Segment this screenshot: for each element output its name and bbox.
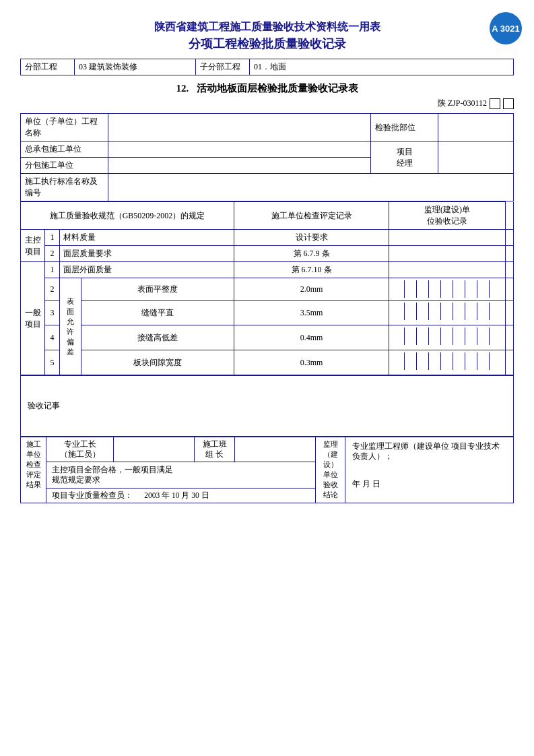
gen-row1-check: [389, 262, 506, 278]
check-batch-value: [438, 114, 514, 141]
gen-row1-standard: 第 6.7.10 条: [234, 262, 389, 278]
main-control-label: 主控 项目: [21, 230, 45, 262]
standard-label: 施工执行标准名称及编号: [21, 174, 108, 201]
gen-row3-standard: 3.5mm: [234, 301, 389, 325]
sub-title: 分项工程检验批质量验收记录: [20, 36, 514, 52]
gen-row3-check: [389, 301, 506, 325]
remarks-content: 验收记事: [21, 376, 514, 437]
gen-row5-item: 板块间隙宽度: [81, 350, 234, 375]
document-badge: A 3021: [490, 12, 522, 44]
remarks-label: 验收记事: [28, 401, 60, 410]
team-leader-value: [235, 437, 316, 462]
gen-row1-item: 面层外面质量: [60, 262, 234, 278]
subcontractor-value: [108, 158, 371, 174]
general-label: 一般 项目: [21, 262, 45, 375]
team-leader-label: 施工班 组 长: [195, 437, 235, 462]
expert-label: 专业监理工程师（建设单位 项目专业技术负责人）；: [349, 439, 510, 464]
gen-row2-check: [389, 278, 506, 301]
gen-row5-num: 5: [45, 350, 60, 375]
gen-row1-num: 1: [45, 262, 60, 278]
fenbugongcheng-value: 03 建筑装饰装修: [75, 59, 196, 75]
row2-item: 面层质量要求: [60, 246, 234, 262]
col3-header: 监理(建设)单 位验收记录: [389, 202, 506, 230]
gen-row2-item: 表面平整度: [81, 278, 234, 301]
row2-standard: 第 6.7.9 条: [234, 246, 389, 262]
section-title-text: 活动地板面层检验批质量验收记录表: [197, 83, 358, 94]
row1-check: [389, 230, 506, 246]
row1-num: 1: [45, 230, 60, 246]
foreman-value: [114, 437, 195, 462]
contractor-value: [108, 141, 371, 158]
remarks-table: 验收记事: [20, 375, 514, 437]
row1-standard: 设计要求: [234, 230, 389, 246]
fenbugongcheng-label: 分部工程: [21, 59, 75, 75]
col2-header: 施工单位检查评定记录: [234, 202, 389, 230]
pass-text: 主控项目全部合格，一般项目满足 规范规定要求: [46, 462, 316, 489]
contractor-label: 总承包施工单位: [21, 141, 108, 158]
gen-row3-item: 缝缝平直: [81, 301, 234, 325]
final-date: 年 月 日: [349, 477, 510, 491]
gen-row2-standard: 2.0mm: [234, 278, 389, 301]
doc-prefix: 陕 ZJP-030112: [438, 98, 487, 109]
construction-eval-label: 施工 单位 检查 评定 结果: [21, 437, 46, 503]
unit-value: [108, 114, 371, 141]
gen-row3-num: 3: [45, 301, 60, 325]
inspector-label: 项目专业质量检查员：: [52, 491, 133, 499]
check-batch-label: 检验批部位: [371, 114, 438, 141]
supervisor-label: 监理 （建设） 单位 验收 结论: [316, 437, 345, 503]
row2-check: [389, 246, 506, 262]
foreman-label: 专业工长 （施工员）: [46, 437, 114, 462]
gen-row4-supervision: [506, 325, 514, 350]
gen-row4-check: [389, 325, 506, 350]
section-number: 12.: [176, 83, 189, 94]
row2-num: 2: [45, 246, 60, 262]
gen-row5-standard: 0.3mm: [234, 350, 389, 375]
gen-row1-supervision: [506, 262, 514, 278]
subcontractor-label: 分包施工单位: [21, 158, 108, 174]
badge-text: A 3021: [492, 24, 519, 34]
checkbox-2: [503, 98, 514, 109]
project-manager-label: 项目 经理: [371, 141, 438, 174]
gen-row5-supervision: [506, 350, 514, 375]
gen-row4-num: 4: [45, 325, 60, 350]
zifenbugongcheng-value: 01．地面: [250, 59, 514, 75]
checkbox-1: [490, 98, 500, 109]
main-title: 陕西省建筑工程施工质量验收技术资料统一用表: [20, 20, 514, 34]
zifenbugongcheng-label: 子分部工程: [196, 59, 250, 75]
doc-number-row: 陕 ZJP-030112: [20, 98, 514, 109]
project-manager-value: [438, 141, 514, 174]
bottom-table: 施工 单位 检查 评定 结果 专业工长 （施工员） 施工班 组 长 监理 （建设…: [20, 437, 514, 503]
inspector-row: 项目专业质量检查员： 2003 年 10 月 30 日: [46, 489, 316, 503]
row2-supervision: [506, 246, 514, 262]
row1-item: 材料质量: [60, 230, 234, 246]
gen-row5-check: [389, 350, 506, 375]
row1-supervision: [506, 230, 514, 246]
unit-label: 单位（子单位）工程名称: [21, 114, 108, 141]
gen-row3-supervision: [506, 301, 514, 325]
gen-row4-standard: 0.4mm: [234, 325, 389, 350]
gen-row2-num: 2: [45, 278, 60, 301]
surface-deviation-label: 表面 允许 偏差: [60, 278, 81, 375]
col1-header: 施工质量验收规范（GB50209-2002）的规定: [21, 202, 234, 230]
header-table: 分部工程 03 建筑装饰装修 子分部工程 01．地面: [20, 59, 514, 75]
gen-row2-supervision: [506, 278, 514, 301]
inspection-date: 2003 年 10 月 30 日: [144, 491, 209, 499]
gen-row4-item: 接缝高低差: [81, 325, 234, 350]
expert-content: 专业监理工程师（建设单位 项目专业技术负责人）； 年 月 日: [345, 437, 514, 503]
standard-value: [108, 174, 514, 201]
info-table: 单位（子单位）工程名称 检验批部位 总承包施工单位 项目 经理 分包施工单位 施…: [20, 113, 514, 201]
section-title: 12. 活动地板面层检验批质量验收记录表: [20, 82, 514, 95]
main-table: 施工质量验收规范（GB50209-2002）的规定 施工单位检查评定记录 监理(…: [20, 201, 514, 375]
